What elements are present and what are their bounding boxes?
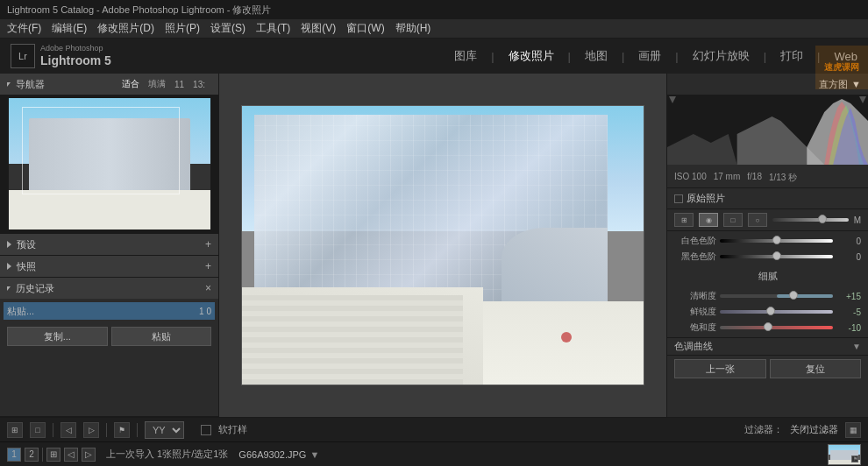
fit-option-ratio[interactable]: 13: [190,79,208,90]
white-level-row: 白色色阶 0 [674,233,861,249]
bt-single-icon[interactable]: □ [30,422,46,438]
filmstrip-prev-btn[interactable]: ◁ [64,448,78,462]
tool-grid-btn[interactable]: ⊞ [674,213,694,227]
history-header[interactable]: 历史记录 × [0,278,218,299]
black-level-row: 黑色色阶 0 [674,249,861,265]
nav-sep-1: | [491,50,494,63]
snapshot-triangle [7,263,11,270]
menu-help[interactable]: 帮助(H) [395,21,431,36]
bt-filter-icon[interactable]: ▦ [845,422,861,438]
bt-flag-icon[interactable]: ⚑ [114,422,130,438]
filter-value[interactable]: 关闭过滤器 [790,423,838,436]
clarity-fill [777,294,834,298]
reset-btn[interactable]: 复位 [770,359,862,378]
top-nav-menu: 图库 | 修改照片 | 地图 | 画册 | 幻灯片放映 | 打印 | Web [454,48,857,64]
filmstrip-next-btn[interactable]: ▷ [82,448,96,462]
fit-option-fit[interactable]: 适合 [119,77,142,91]
watermark: 速虎课网 [815,46,868,89]
hist-arrow-right[interactable] [859,96,866,103]
menu-settings[interactable]: 设置(S) [210,21,245,36]
nav-map[interactable]: 地图 [585,48,608,64]
tool-circle-btn[interactable]: ◉ [699,213,718,227]
vibrance-thumb[interactable] [766,307,775,315]
vibrance-track[interactable] [720,310,833,314]
filmstrip-filename: G66A9302.JPG [238,449,306,460]
zoom-select[interactable]: YY [145,421,184,439]
lr-logo: Lr Adobe Photoshop Lightroom 5 [11,44,111,68]
menu-photo[interactable]: 照片(P) [165,21,200,36]
menu-develop[interactable]: 修改照片(D) [97,21,154,36]
filter-label: 过滤器： [744,423,783,436]
menu-edit[interactable]: 编辑(E) [52,21,87,36]
saturation-label: 饱和度 [674,321,716,334]
preset-triangle [7,241,11,248]
clarity-track[interactable] [720,294,833,298]
vibrance-row: 鲜锐度 -5 [674,304,861,320]
histogram-arrows [667,96,868,103]
filmstrip-thumb-1[interactable]: ⚑ [828,444,861,465]
white-level-thumb[interactable] [772,236,781,244]
lr-logo-text: Adobe Photoshop Lightroom 5 [40,44,111,68]
nav-library[interactable]: 图库 [454,48,477,64]
copy-settings-btn[interactable]: 复制... [7,327,108,346]
building-curve [502,228,608,303]
top-nav: Lr Adobe Photoshop Lightroom 5 图库 | 修改照片… [0,39,868,74]
navigator-section: 导航器 适合 填满 11 13: [0,74,218,234]
filmstrip-grid-btn[interactable]: ⊞ [46,448,60,462]
lr-logo-box: Lr [11,44,35,68]
hist-arrow-left[interactable] [669,96,676,103]
snapshot-add-btn[interactable]: + [205,260,211,272]
soft-proof-text: 软打样 [218,423,247,436]
snapshot-header[interactable]: 快照 + [0,256,218,277]
tool-square-btn[interactable]: □ [723,213,743,227]
color-curve-section[interactable]: 色调曲线 ▼ [667,337,868,355]
menu-view[interactable]: 视图(V) [301,21,336,36]
filmstrip-dropdown[interactable]: ▼ [309,449,319,460]
prev-photo-btn[interactable]: 上一张 [674,359,766,378]
navigator-header[interactable]: 导航器 适合 填满 11 13: [0,74,218,95]
nav-ground [9,190,210,229]
nav-develop[interactable]: 修改照片 [509,48,554,64]
tool-slider-track[interactable] [772,218,849,222]
bt-next-icon[interactable]: ▷ [83,422,99,438]
black-level-track[interactable] [720,255,833,258]
fit-option-fill[interactable]: 填满 [146,77,168,91]
white-level-track[interactable] [720,239,833,243]
filmstrip-page-1[interactable]: 1 [7,448,21,462]
filmstrip-page-2[interactable]: 2 [25,448,39,462]
menu-file[interactable]: 文件(F) [7,21,41,36]
clarity-thumb[interactable] [789,291,798,300]
saturation-thumb[interactable] [764,322,772,331]
history-buttons: 复制... 粘贴 [0,323,218,350]
detail-section-title[interactable]: 细腻 [667,266,868,286]
original-photo-row: 原始照片 [667,188,868,209]
history-close-btn[interactable]: × [205,282,211,294]
nav-print[interactable]: 打印 [780,48,803,64]
nav-slideshow[interactable]: 幻灯片放映 [693,48,750,64]
photo-accent [561,332,572,342]
fit-option-11[interactable]: 11 [172,79,187,90]
black-level-thumb[interactable] [772,251,781,260]
history-row-0[interactable]: 粘贴... 1 0 [4,302,215,320]
nav-book[interactable]: 画册 [638,48,661,64]
bt-prev-icon[interactable]: ◁ [60,422,76,438]
preset-add-btn[interactable]: + [205,238,211,251]
photo-stairs-detail [242,295,463,385]
menu-tools[interactable]: 工具(T) [256,21,290,36]
center-panel [219,74,666,417]
bt-grid-icon[interactable]: ⊞ [7,422,23,438]
bt-checkbox-icon[interactable] [201,425,211,435]
fs-sep-1 [42,448,43,462]
original-photo-checkbox[interactable] [674,194,683,203]
menu-window[interactable]: 窗口(W) [346,21,384,36]
snapshot-section: 快照 + [0,256,218,278]
nav-sep-2: | [568,50,571,63]
black-level-value: 0 [836,252,861,262]
paste-settings-btn[interactable]: 粘贴 [111,327,212,346]
tool-circle2-btn[interactable]: ○ [748,213,767,227]
history-content: 粘贴... 1 0 [0,299,218,323]
preset-header[interactable]: 预设 + [0,234,218,255]
saturation-track[interactable] [720,326,833,329]
left-panel: 导航器 适合 填满 11 13: 预设 [0,74,219,417]
title-bar: Lightroom 5 Catalog - Adobe Photoshop Li… [0,0,868,19]
